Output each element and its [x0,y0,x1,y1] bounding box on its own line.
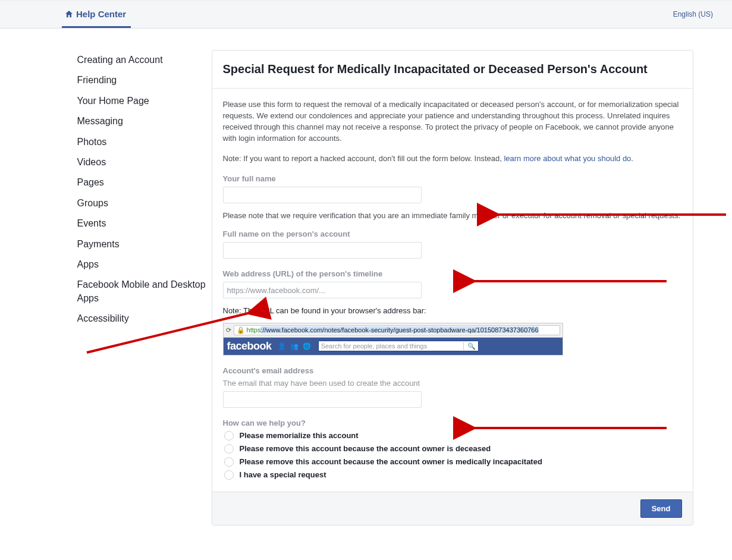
url-example-image: ⟳ 🔒 https://www.facebook.com/notes/faceb… [223,323,563,355]
email-label: Account's email address [223,366,682,375]
radio-remove-deceased-label: Please remove this account because the a… [240,444,491,453]
radio-remove-incapacitated-label: Please remove this account because the a… [240,457,542,466]
help-center-label: Help Center [76,9,126,19]
full-name-label: Your full name [223,174,682,183]
radio-special-request[interactable] [224,470,234,480]
home-icon [64,10,74,19]
sidebar-item-events[interactable]: Events [77,213,212,234]
full-name-input[interactable] [223,187,422,203]
example-search-placeholder: Search for people, places and things [321,342,428,350]
radio-remove-deceased[interactable] [224,444,234,454]
radio-memorialize[interactable] [224,431,234,441]
note-prefix: Note: If you want to report a hacked acc… [223,154,504,163]
example-search-box: Search for people, places and things 🔍 [318,341,479,351]
intro-text: Please use this form to request the remo… [223,99,682,144]
person-name-input[interactable] [223,242,422,259]
sidebar-item-home-page[interactable]: Your Home Page [77,91,212,111]
learn-more-link[interactable]: learn more about what you should do [504,154,631,163]
help-center-tab[interactable]: Help Center [62,9,131,28]
sidebar-item-messaging[interactable]: Messaging [77,111,212,131]
email-input[interactable] [223,391,422,408]
sidebar-item-payments[interactable]: Payments [77,234,212,254]
search-icon: 🔍 [463,342,476,350]
hacked-note: Note: If you want to report a hacked acc… [223,153,682,165]
sidebar-item-mobile-desktop-apps[interactable]: Facebook Mobile and Desktop Apps [77,275,212,309]
sidebar-item-accessibility[interactable]: Accessibility [77,309,212,329]
sidebar-item-pages[interactable]: Pages [77,172,212,193]
facebook-logo: facebook [227,340,272,353]
radio-memorialize-label: Please memorialize this account [240,431,359,440]
sidebar: Creating an Account Friending Your Home … [39,50,212,329]
lock-icon: 🔒 [237,326,245,334]
sidebar-item-videos[interactable]: Videos [77,152,212,172]
sidebar-item-groups[interactable]: Groups [77,193,212,213]
language-link[interactable]: English (US) [673,10,713,18]
email-sublabel: The email that may have been used to cre… [223,379,682,388]
send-button[interactable]: Send [640,499,682,518]
radio-remove-incapacitated[interactable] [224,457,234,467]
sidebar-item-creating-account[interactable]: Creating an Account [77,50,212,70]
url-input[interactable] [223,282,422,298]
radio-special-request-label: I have a special request [240,470,326,479]
sidebar-item-photos[interactable]: Photos [77,132,212,152]
full-name-help: Please note that we require verification… [223,210,682,221]
sidebar-item-apps[interactable]: Apps [77,254,212,275]
note-suffix: . [631,154,633,163]
example-https: https [247,326,261,334]
person-name-label: Full name on the person's account [223,229,682,238]
request-form-card: Special Request for Medically Incapacita… [212,50,693,526]
sidebar-item-friending[interactable]: Friending [77,70,212,90]
example-url-rest: ://www.facebook.com/notes/facebook-secur… [260,326,538,334]
url-label: Web address (URL) of the person's timeli… [223,269,682,278]
url-help: Note: The URL can be found in your brows… [223,306,682,316]
mini-icons: 👤 👥 🌐 [278,342,312,350]
reload-icon: ⟳ [226,326,231,334]
help-question-label: How can we help you? [223,419,682,427]
card-title: Special Request for Medically Incapacita… [223,62,682,76]
